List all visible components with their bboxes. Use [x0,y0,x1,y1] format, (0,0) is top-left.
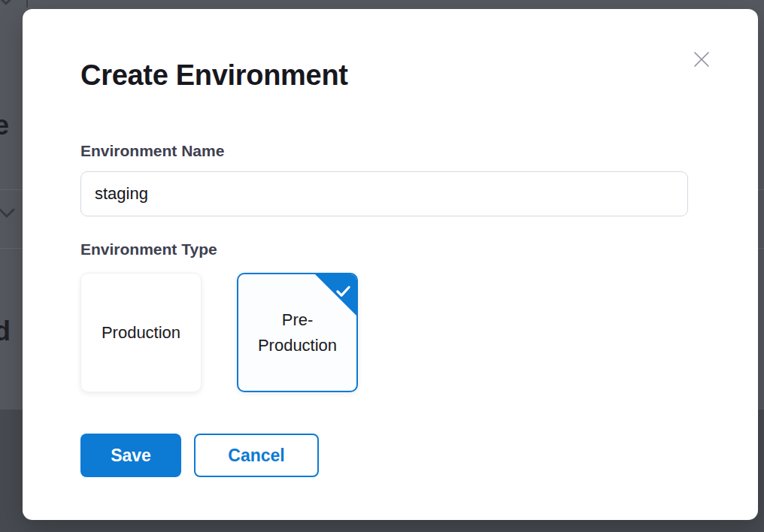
dialog-content: Create Environment Environment Name Envi… [23,9,758,520]
save-button[interactable]: Save [80,434,181,477]
background-partial-text: d [0,316,11,347]
check-icon [335,280,352,306]
background-partial-text: e [0,110,9,141]
environment-type-label: Environment Type [80,241,700,258]
environment-name-label: Environment Name [80,143,700,159]
environment-name-input[interactable] [80,171,688,216]
option-card-label: Pre-Production [249,307,346,358]
close-icon [691,49,712,72]
dialog-title: Create Environment [80,59,700,92]
environment-type-options: Production Pre-Production [80,273,700,392]
close-button[interactable] [690,48,714,72]
chevron-down-icon [0,0,15,10]
background-fragment [26,0,28,8]
dialog-actions: Save Cancel [80,434,700,477]
option-card-production[interactable]: Production [80,273,202,392]
option-card-label: Production [102,320,180,346]
cancel-button[interactable]: Cancel [194,434,319,477]
option-card-pre-production[interactable]: Pre-Production [237,273,358,392]
create-environment-dialog: Create Environment Environment Name Envi… [23,9,758,520]
chevron-down-icon [0,207,16,222]
